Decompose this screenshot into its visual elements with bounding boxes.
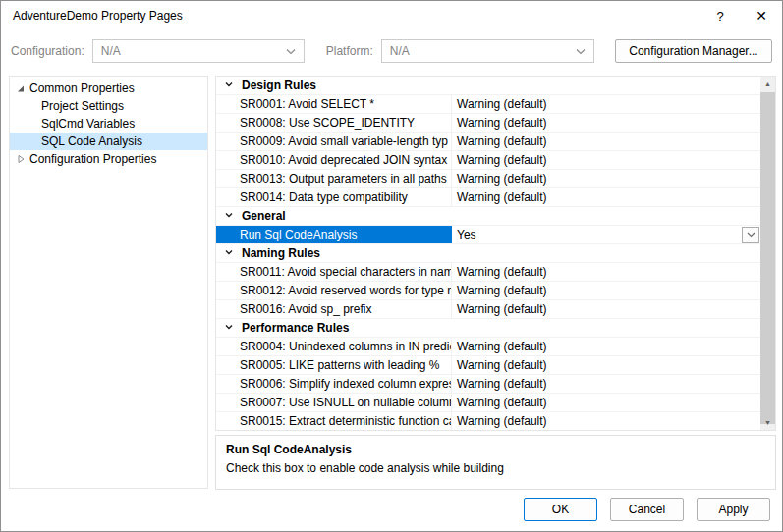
property-value-cell[interactable]: Warning (default) [452, 151, 760, 169]
property-value: Warning (default) [457, 172, 547, 186]
property-value-cell[interactable]: Warning (default) [452, 282, 760, 299]
platform-value: N/A [390, 44, 410, 58]
property-name[interactable]: SR0011: Avoid special characters in nam [216, 263, 452, 281]
property-value: Warning (default) [457, 358, 547, 372]
property-value-cell[interactable]: Warning (default) [452, 338, 760, 355]
property-value: Warning (default) [457, 116, 547, 130]
value-dropdown-button[interactable] [742, 227, 759, 243]
property-row-sr0008-use-scope-identity[interactable]: SR0008: Use SCOPE_IDENTITYWarning (defau… [216, 114, 760, 133]
property-value-cell[interactable]: Warning (default) [452, 170, 760, 187]
property-value-cell[interactable]: Warning (default) [452, 188, 760, 206]
property-name[interactable]: SR0006: Simplify indexed column expres [216, 375, 452, 393]
description-text: Check this box to enable code analysis w… [226, 461, 765, 475]
scroll-down-icon[interactable]: ▼ [760, 415, 775, 430]
property-grid: Design RulesSR0001: Avoid SELECT *Warnin… [215, 76, 776, 431]
property-name[interactable]: SR0012: Avoid reserved words for type n [216, 282, 452, 299]
tree-item-label: SqlCmd Variables [41, 117, 135, 131]
category-row-naming-rules[interactable]: Naming Rules [216, 244, 760, 263]
tree-item-configuration-properties[interactable]: Configuration Properties [10, 150, 207, 168]
property-value-cell[interactable]: Warning (default) [452, 114, 760, 132]
property-name[interactable]: SR0016: Avoid sp_ prefix [216, 300, 452, 318]
tree-expanded-icon[interactable] [14, 83, 28, 93]
configuration-value: N/A [101, 44, 121, 58]
scroll-up-icon[interactable]: ▲ [760, 77, 775, 91]
property-value: Warning (default) [457, 153, 547, 167]
property-name[interactable]: SR0013: Output parameters in all paths [216, 170, 452, 187]
property-row-sr0016-avoid-sp-prefix[interactable]: SR0016: Avoid sp_ prefixWarning (default… [216, 300, 760, 319]
property-value: Yes [457, 228, 476, 241]
cancel-button[interactable]: Cancel [610, 498, 684, 521]
platform-dropdown[interactable]: N/A [381, 39, 594, 63]
property-name[interactable]: SR0014: Data type compatibility [216, 188, 452, 206]
ok-button[interactable]: OK [524, 498, 597, 521]
category-row-general[interactable]: General [216, 207, 760, 226]
property-row-sr0005-like-patterns-with-leading[interactable]: SR0005: LIKE patterns with leading %Warn… [216, 356, 760, 375]
category-label: General [242, 209, 286, 223]
property-value-cell[interactable]: Warning (default) [452, 300, 760, 318]
property-name[interactable]: SR0001: Avoid SELECT * [216, 95, 452, 113]
property-row-sr0012-avoid-reserved-words-for-type-n[interactable]: SR0012: Avoid reserved words for type nW… [216, 282, 760, 300]
configuration-label: Configuration: [11, 44, 84, 58]
chevron-down-icon [576, 48, 586, 55]
category-row-performance-rules[interactable]: Performance Rules [216, 319, 760, 338]
property-value: Warning (default) [457, 97, 547, 111]
property-row-sr0007-use-isnull-on-nullable-column[interactable]: SR0007: Use ISNULL on nullable columnWar… [216, 394, 760, 412]
configuration-dropdown[interactable]: N/A [92, 39, 305, 63]
property-value: Warning (default) [457, 396, 547, 409]
property-value: Warning (default) [457, 302, 547, 316]
dialog-buttons: OK Cancel Apply [524, 498, 770, 521]
property-name[interactable]: SR0007: Use ISNULL on nullable column [216, 394, 452, 411]
category-row-design-rules[interactable]: Design Rules [216, 77, 760, 95]
property-value: Warning (default) [457, 134, 547, 148]
scrollbar-thumb[interactable] [760, 92, 775, 424]
property-name[interactable]: SR0008: Use SCOPE_IDENTITY [216, 114, 452, 132]
property-name[interactable]: SR0010: Avoid deprecated JOIN syntax [216, 151, 452, 169]
property-row-sr0004-unindexed-columns-in-in-predic[interactable]: SR0004: Unindexed columns in IN predicWa… [216, 338, 760, 356]
property-value-cell[interactable]: Yes [452, 226, 760, 243]
chevron-down-icon[interactable] [224, 79, 234, 92]
tree-collapsed-icon[interactable] [14, 154, 28, 164]
property-value-cell[interactable]: Warning (default) [452, 95, 760, 113]
property-value: Warning (default) [457, 377, 547, 391]
close-icon[interactable]: ✕ [741, 1, 782, 30]
configuration-manager-button[interactable]: Configuration Manager... [615, 39, 772, 63]
apply-button[interactable]: Apply [697, 498, 770, 521]
property-row-sr0013-output-parameters-in-all-paths[interactable]: SR0013: Output parameters in all pathsWa… [216, 170, 760, 188]
property-row-sr0009-avoid-small-variable-length-typ[interactable]: SR0009: Avoid small variable-length typW… [216, 133, 760, 151]
property-row-sr0014-data-type-compatibility[interactable]: SR0014: Data type compatibilityWarning (… [216, 188, 760, 207]
tree-item-sql-code-analysis[interactable]: SQL Code Analysis [10, 133, 207, 150]
property-value-cell[interactable]: Warning (default) [452, 356, 760, 374]
property-row-sr0011-avoid-special-characters-in-nam[interactable]: SR0011: Avoid special characters in namW… [216, 263, 760, 282]
vertical-scrollbar[interactable]: ▲ ▼ [760, 77, 775, 430]
tree-item-project-settings[interactable]: Project Settings [10, 97, 207, 115]
property-row-run-sql-codeanalysis[interactable]: Run Sql CodeAnalysisYes [216, 226, 760, 244]
property-row-sr0015-extract-deterministic-function-ca[interactable]: SR0015: Extract deterministic function c… [216, 412, 760, 430]
property-value-cell[interactable]: Warning (default) [452, 133, 760, 150]
property-value-cell[interactable]: Warning (default) [452, 263, 760, 281]
tree-item-common-properties[interactable]: Common Properties [10, 80, 207, 97]
category-label: Performance Rules [242, 321, 349, 335]
tree-item-label: Project Settings [41, 99, 124, 113]
description-panel: Run Sql CodeAnalysis Check this box to e… [215, 435, 776, 490]
chevron-down-icon[interactable] [224, 209, 234, 223]
property-name[interactable]: Run Sql CodeAnalysis [216, 226, 452, 243]
property-row-sr0010-avoid-deprecated-join-syntax[interactable]: SR0010: Avoid deprecated JOIN syntaxWarn… [216, 151, 760, 170]
property-row-sr0001-avoid-select[interactable]: SR0001: Avoid SELECT *Warning (default) [216, 95, 760, 114]
chevron-down-icon[interactable] [224, 246, 234, 260]
chevron-down-icon [286, 48, 296, 55]
chevron-down-icon[interactable] [224, 321, 234, 335]
property-name[interactable]: SR0005: LIKE patterns with leading % [216, 356, 452, 374]
property-value-cell[interactable]: Warning (default) [452, 412, 760, 430]
window-title: AdventureDemo Property Pages [13, 9, 183, 23]
tree-item-sqlcmd-variables[interactable]: SqlCmd Variables [10, 115, 207, 133]
property-value: Warning (default) [457, 414, 547, 428]
property-name[interactable]: SR0009: Avoid small variable-length typ [216, 133, 452, 150]
help-icon[interactable]: ? [699, 1, 741, 30]
property-name[interactable]: SR0015: Extract deterministic function c… [216, 412, 452, 430]
property-value-cell[interactable]: Warning (default) [452, 394, 760, 411]
property-row-sr0006-simplify-indexed-column-expres[interactable]: SR0006: Simplify indexed column expresWa… [216, 375, 760, 394]
property-value-cell[interactable]: Warning (default) [452, 375, 760, 393]
configuration-row: Configuration: N/A Platform: N/A Configu… [1, 38, 782, 64]
category-label: Naming Rules [242, 246, 320, 260]
property-name[interactable]: SR0004: Unindexed columns in IN predic [216, 338, 452, 355]
